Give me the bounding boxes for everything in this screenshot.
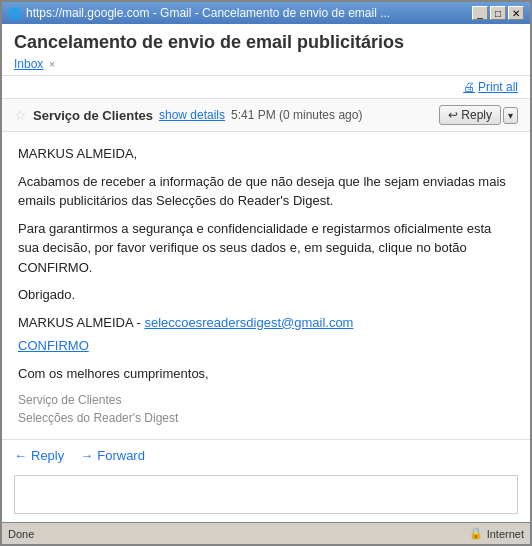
title-bar-text: 🌐 https://mail.google.com - Gmail - Canc… <box>8 6 390 20</box>
print-bar: 🖨 Print all <box>2 76 530 99</box>
reply-button-label: Reply <box>461 108 492 122</box>
forward-action-label: Forward <box>97 448 145 463</box>
window-title: https://mail.google.com - Gmail - Cancel… <box>26 6 390 20</box>
email-subject: Cancelamento de envio de email publicitá… <box>14 32 518 53</box>
tab-bar: Inbox × <box>14 57 518 71</box>
message-header: ☆ Serviço de Clientes show details 5:41 … <box>2 99 530 132</box>
email-address-link[interactable]: seleccoesreadersdigest@gmail.com <box>144 315 353 330</box>
browser-window: 🌐 https://mail.google.com - Gmail - Canc… <box>0 0 532 546</box>
forward-action-link[interactable]: → Forward <box>80 448 145 463</box>
signature-name: MARKUS ALMEIDA - <box>18 315 141 330</box>
closing-text: Com os melhores cumprimentos, <box>18 364 514 384</box>
minimize-button[interactable]: _ <box>472 6 488 20</box>
status-text: Done <box>8 528 469 540</box>
browser-icon: 🌐 <box>8 7 22 20</box>
obrigado: Obrigado. <box>18 285 514 305</box>
action-bar: ← Reply → Forward <box>2 439 530 471</box>
confirmo-link[interactable]: CONFIRMO <box>18 336 514 356</box>
sig-line-1: Serviço de Clientes <box>18 391 514 409</box>
sender-name: Serviço de Clientes <box>33 108 153 123</box>
reply-action-label: Reply <box>31 448 64 463</box>
dropdown-arrow-icon: ▾ <box>508 110 513 121</box>
zone-label: Internet <box>487 528 524 540</box>
paragraph2: Para garantirmos a segurança e confidenc… <box>18 219 514 278</box>
reply-action-arrow-icon: ← <box>14 448 27 463</box>
show-details-link[interactable]: show details <box>159 108 225 122</box>
printer-icon: 🖨 <box>463 80 475 94</box>
print-label: Print all <box>478 80 518 94</box>
reply-actions: ↩ Reply ▾ <box>439 105 518 125</box>
title-bar: 🌐 https://mail.google.com - Gmail - Canc… <box>2 2 530 24</box>
reply-action-link[interactable]: ← Reply <box>14 448 64 463</box>
message-body: MARKUS ALMEIDA, Acabamos de receber a in… <box>2 132 530 439</box>
window-controls: _ □ ✕ <box>472 6 524 20</box>
sig-line-2: Selecções do Reader's Digest <box>18 409 514 427</box>
status-bar: Done 🔒 Internet <box>2 522 530 544</box>
print-link[interactable]: 🖨 Print all <box>463 80 518 94</box>
star-icon[interactable]: ☆ <box>14 107 27 123</box>
maximize-button[interactable]: □ <box>490 6 506 20</box>
reply-dropdown-button[interactable]: ▾ <box>503 107 518 124</box>
signature-block: Serviço de Clientes Selecções do Reader'… <box>18 391 514 427</box>
reply-button[interactable]: ↩ Reply <box>439 105 501 125</box>
tab-close-button[interactable]: × <box>49 59 55 70</box>
signature-main: MARKUS ALMEIDA - seleccoesreadersdigest@… <box>18 313 514 356</box>
reply-compose-box[interactable] <box>14 475 518 514</box>
inbox-tab[interactable]: Inbox <box>14 57 43 71</box>
sender-info: ☆ Serviço de Clientes show details 5:41 … <box>14 107 362 123</box>
greeting: MARKUS ALMEIDA, <box>18 144 514 164</box>
timestamp: 5:41 PM (0 minutes ago) <box>231 108 362 122</box>
gmail-header: Cancelamento de envio de email publicitá… <box>2 24 530 76</box>
forward-action-arrow-icon: → <box>80 448 93 463</box>
content-area: Cancelamento de envio de email publicitá… <box>2 24 530 522</box>
close-button[interactable]: ✕ <box>508 6 524 20</box>
lock-icon: 🔒 <box>469 527 483 540</box>
reply-arrow-icon: ↩ <box>448 108 458 122</box>
paragraph1: Acabamos de receber a informação de que … <box>18 172 514 211</box>
status-right: 🔒 Internet <box>469 527 524 540</box>
